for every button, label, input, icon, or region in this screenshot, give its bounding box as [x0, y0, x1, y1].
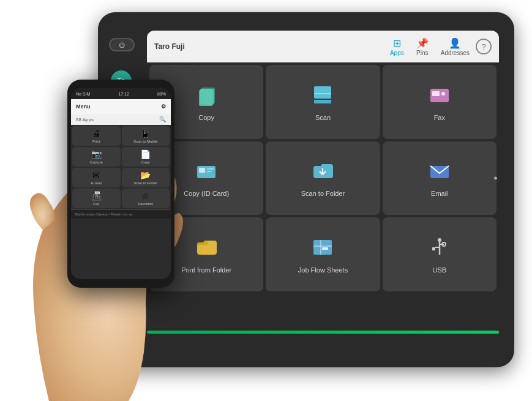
phone-favorites-label: Favorites	[138, 202, 153, 206]
phone-capture-icon: 📷	[91, 149, 102, 159]
svg-rect-17	[322, 247, 328, 250]
help-button[interactable]: ?	[476, 39, 492, 54]
usb-icon	[427, 235, 452, 263]
phone-footer-text: Multifunction Device / Printer not se...	[75, 212, 135, 216]
addresses-icon: 👤	[449, 37, 461, 49]
job-flow-icon	[310, 235, 335, 263]
phone-print-icon: 🖨	[92, 129, 100, 138]
svg-rect-21	[432, 247, 435, 250]
job-flow-label: Job Flow Sheets	[298, 266, 348, 274]
phone-app-favorites[interactable]: ☆ Favorites	[122, 189, 170, 208]
phone-email-icon: ✉	[92, 170, 100, 180]
phone-scan-mobile-label: Scan to Mobile	[133, 140, 158, 143]
app-scan-folder[interactable]: Scan to Folder	[266, 141, 380, 215]
apps-icon: ⊞	[393, 37, 401, 49]
phone-app-email[interactable]: ✉ E-mail	[72, 168, 121, 187]
phone-app-capture[interactable]: 📷 Capture	[72, 147, 121, 167]
phone-app-scan-folder[interactable]: 📂 Scan to Folder	[122, 168, 170, 187]
phone-app-copy[interactable]: 📄 Copy	[122, 147, 170, 167]
scroll-indicator	[494, 177, 497, 180]
scan-folder-icon	[310, 159, 335, 186]
app-scan[interactable]: Scan	[266, 65, 380, 139]
phone-favorites-icon: ☆	[141, 191, 149, 201]
scan-icon	[310, 83, 335, 110]
phone-search-icon[interactable]: 🔍	[159, 116, 166, 122]
svg-rect-7	[432, 91, 440, 96]
phone-fax-icon: 📠	[91, 191, 102, 201]
phone-device: No SIM 17:12 88% Menu ⚙ 88 Apps 🔍 🖨 Prin…	[67, 80, 174, 288]
phone-app-scan-mobile[interactable]: 📱 Scan to Mobile	[122, 126, 170, 146]
scan-folder-label: Scan to Folder	[301, 190, 345, 197]
phone-print-label: Print	[92, 140, 100, 143]
phone-status-bar: No SIM 17:12 88%	[71, 88, 171, 99]
phone-app-fax[interactable]: 📠 Fax	[72, 189, 121, 208]
usb-label: USB	[433, 266, 447, 274]
phone-signal: No SIM	[76, 92, 90, 96]
apps-tab-label: Apps	[390, 50, 404, 56]
svg-point-8	[441, 92, 445, 96]
apps-count-label: 88 Apps	[76, 117, 94, 122]
phone-copy-icon: 📄	[140, 149, 151, 159]
app-usb[interactable]: USB	[383, 217, 496, 291]
fax-icon	[427, 83, 452, 110]
app-job-flow[interactable]: Job Flow Sheets	[266, 217, 380, 291]
phone-menu-label: Menu	[76, 103, 91, 110]
pins-icon: 📌	[416, 37, 429, 49]
addresses-tab-label: Addresses	[441, 50, 470, 56]
email-label: Email	[431, 190, 448, 197]
phone-gear-icon[interactable]: ⚙	[161, 103, 166, 110]
phone-apps-count: 88 Apps 🔍	[71, 114, 171, 125]
tab-pins[interactable]: 📌 Pins	[416, 37, 429, 56]
phone-copy-label: Copy	[141, 160, 150, 164]
phone-scan-folder-icon: 📂	[140, 170, 151, 180]
phone-scan-folder-label: Scan to Folder	[133, 181, 157, 185]
phone-fax-label: Fax	[93, 202, 99, 206]
svg-point-19	[438, 238, 441, 242]
tab-apps[interactable]: ⊞ Apps	[390, 37, 404, 56]
phone-email-label: E-mail	[91, 181, 102, 185]
phone-battery: 88%	[157, 92, 166, 96]
app-fax[interactable]: Fax	[383, 65, 496, 139]
scan-label: Scan	[315, 114, 331, 121]
tab-addresses[interactable]: 👤 Addresses	[441, 37, 470, 56]
phone-time: 17:12	[118, 92, 129, 96]
app-email[interactable]: Email	[383, 141, 496, 215]
phone-app-print[interactable]: 🖨 Print	[72, 126, 121, 146]
phone-screen: No SIM 17:12 88% Menu ⚙ 88 Apps 🔍 🖨 Prin…	[71, 88, 171, 279]
phone-header: Menu ⚙	[71, 99, 171, 114]
phone-apps-grid: 🖨 Print 📱 Scan to Mobile 📷 Capture 📄 Cop…	[71, 125, 171, 209]
svg-rect-3	[314, 86, 331, 99]
smartphone-container: No SIM 17:12 88% Menu ⚙ 88 Apps 🔍 🖨 Prin…	[0, 46, 220, 401]
pins-tab-label: Pins	[416, 50, 428, 56]
header-tabs: ⊞ Apps 📌 Pins 👤 Addresses	[390, 37, 470, 56]
phone-footer: Multifunction Device / Printer not se...	[71, 209, 171, 219]
email-icon	[427, 159, 452, 186]
svg-rect-4	[314, 100, 331, 103]
fax-label: Fax	[434, 114, 445, 121]
phone-scan-mobile-icon: 📱	[140, 129, 151, 138]
phone-capture-label: Capture	[90, 160, 103, 164]
